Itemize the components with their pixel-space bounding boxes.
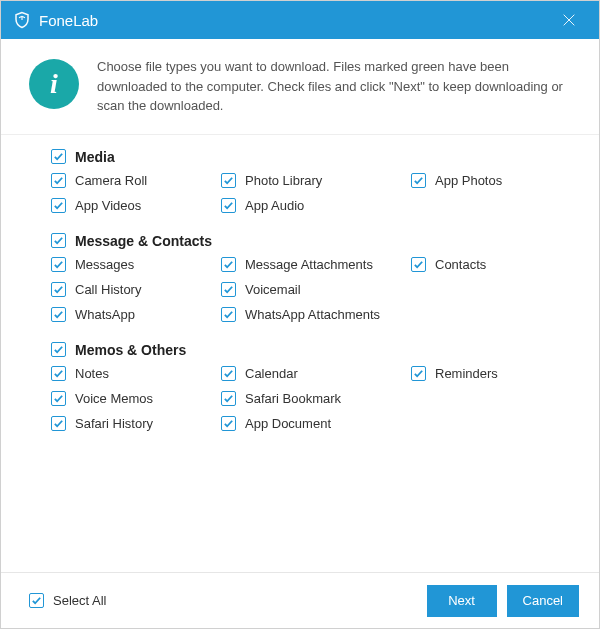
group-label: Media [75,149,115,165]
select-all-row[interactable]: Select All [29,593,417,608]
filetype-item[interactable]: App Audio [221,198,411,213]
filetype-label: Messages [75,257,134,272]
filetype-item[interactable]: Safari History [51,416,221,431]
filetype-label: App Document [245,416,331,431]
filetype-checkbox[interactable] [51,391,66,406]
filetype-checkbox[interactable] [221,173,236,188]
filetype-item[interactable]: WhatsApp [51,307,221,322]
filetype-label: App Videos [75,198,141,213]
filetype-checkbox[interactable] [51,198,66,213]
group-items: MessagesMessage AttachmentsContactsCall … [51,257,571,322]
filetype-item[interactable]: App Document [221,416,411,431]
filetype-item[interactable]: WhatsApp Attachments [221,307,411,322]
filetype-checkbox[interactable] [411,366,426,381]
filetype-item[interactable]: Calendar [221,366,411,381]
filetype-label: Reminders [435,366,498,381]
group-checkbox[interactable] [51,233,66,248]
filetype-label: App Audio [245,198,304,213]
group-label: Message & Contacts [75,233,212,249]
filetype-checkbox[interactable] [51,416,66,431]
filetype-checkbox[interactable] [51,307,66,322]
filetype-checkbox[interactable] [51,282,66,297]
group-header[interactable]: Message & Contacts [51,233,571,249]
app-title: FoneLab [39,12,543,29]
header: i Choose file types you want to download… [1,39,599,135]
filetype-item[interactable]: Reminders [411,366,571,381]
filetype-item[interactable]: Voice Memos [51,391,221,406]
info-icon: i [29,59,79,109]
filetype-label: Contacts [435,257,486,272]
filetype-item[interactable]: App Photos [411,173,571,188]
titlebar: FoneLab [1,1,599,39]
next-button[interactable]: Next [427,585,497,617]
filetype-checkbox[interactable] [221,307,236,322]
group-items: NotesCalendarRemindersVoice MemosSafari … [51,366,571,431]
group-header[interactable]: Media [51,149,571,165]
group-header[interactable]: Memos & Others [51,342,571,358]
filetype-label: Calendar [245,366,298,381]
filetype-checkbox[interactable] [51,257,66,272]
filetype-label: Photo Library [245,173,322,188]
group-label: Memos & Others [75,342,186,358]
group: MediaCamera RollPhoto LibraryApp PhotosA… [51,149,571,213]
select-all-checkbox[interactable] [29,593,44,608]
filetype-checkbox[interactable] [221,416,236,431]
filetype-checkbox[interactable] [221,282,236,297]
filetype-label: Voice Memos [75,391,153,406]
filetype-label: Notes [75,366,109,381]
filetype-item[interactable]: Notes [51,366,221,381]
filetype-item[interactable]: Photo Library [221,173,411,188]
filetype-checkbox[interactable] [221,198,236,213]
filetype-label: Camera Roll [75,173,147,188]
filetype-label: Safari History [75,416,153,431]
filetype-item[interactable]: App Videos [51,198,221,213]
filetype-checkbox[interactable] [411,257,426,272]
filetype-label: Message Attachments [245,257,373,272]
description-text: Choose file types you want to download. … [97,57,571,116]
group: Message & ContactsMessagesMessage Attach… [51,233,571,322]
filetype-checkbox[interactable] [51,173,66,188]
filetype-label: Voicemail [245,282,301,297]
group-items: Camera RollPhoto LibraryApp PhotosApp Vi… [51,173,571,213]
close-button[interactable] [551,1,587,39]
filetype-item[interactable]: Contacts [411,257,571,272]
filetype-label: WhatsApp Attachments [245,307,380,322]
filetype-item[interactable]: Camera Roll [51,173,221,188]
group-checkbox[interactable] [51,149,66,164]
filetype-item[interactable]: Voicemail [221,282,411,297]
filetype-item[interactable]: Messages [51,257,221,272]
select-all-label: Select All [53,593,106,608]
filetype-label: WhatsApp [75,307,135,322]
filetype-item[interactable]: Call History [51,282,221,297]
filetype-item[interactable]: Safari Bookmark [221,391,411,406]
group-checkbox[interactable] [51,342,66,357]
cancel-button[interactable]: Cancel [507,585,579,617]
filetype-label: Safari Bookmark [245,391,341,406]
footer: Select All Next Cancel [1,572,599,628]
filetype-list: MediaCamera RollPhoto LibraryApp PhotosA… [1,135,599,573]
filetype-label: App Photos [435,173,502,188]
filetype-checkbox[interactable] [51,366,66,381]
filetype-checkbox[interactable] [221,257,236,272]
filetype-item[interactable]: Message Attachments [221,257,411,272]
filetype-checkbox[interactable] [221,391,236,406]
filetype-checkbox[interactable] [411,173,426,188]
filetype-label: Call History [75,282,141,297]
filetype-checkbox[interactable] [221,366,236,381]
app-window: FoneLab i Choose file types you want to … [0,0,600,629]
group: Memos & OthersNotesCalendarRemindersVoic… [51,342,571,431]
shield-icon [13,11,31,29]
